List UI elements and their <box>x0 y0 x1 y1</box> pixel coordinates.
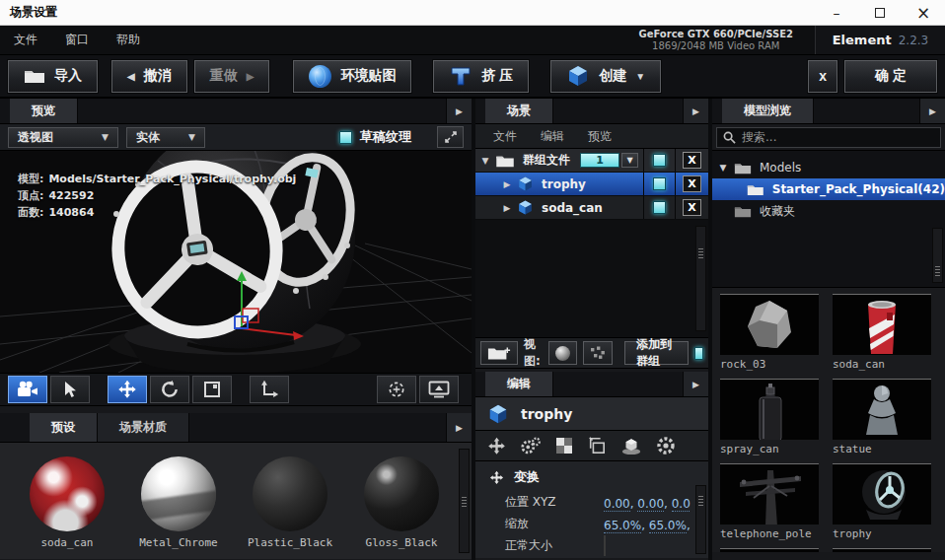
transform-header[interactable]: 变换 <box>514 468 540 486</box>
draft-texture-checkbox[interactable] <box>339 131 352 144</box>
menu-file[interactable]: 文件 <box>0 26 51 54</box>
scene-item-trophy[interactable]: ▶ trophy X <box>475 173 708 196</box>
gear-category-icon[interactable] <box>656 436 676 455</box>
panel-arrow-icon[interactable]: ▶ <box>446 99 472 123</box>
model-thumbnail-spray-can[interactable]: spray_can <box>720 379 825 463</box>
scale-tool-button[interactable] <box>192 376 232 403</box>
tree-item-models[interactable]: ▼ Models <box>712 157 945 178</box>
model-browser-panel: 模型浏览 ▶ ▼ Models Starter_Pack_Physical(42… <box>712 99 945 560</box>
branch-open-icon[interactable]: ▼ <box>712 163 734 173</box>
menu-help[interactable]: 帮助 <box>103 26 154 54</box>
add-to-group-button[interactable]: 添加到群组 <box>624 341 688 365</box>
tree-item-starter-pack[interactable]: Starter_Pack_Physical(42) <box>712 178 945 200</box>
scene-menu-preview[interactable]: 预览 <box>578 128 621 145</box>
scene-menu-file[interactable]: 文件 <box>483 128 527 145</box>
scene-item-soda-can[interactable]: ▶ soda_can X <box>475 196 708 220</box>
maximize-icon[interactable] <box>858 0 902 25</box>
model-thumbnail-telephone-pole[interactable]: telephone_pole <box>720 463 825 548</box>
move-icon <box>489 470 504 485</box>
branch-closed-icon[interactable]: ▶ <box>497 179 517 189</box>
visibility-checkbox[interactable] <box>653 201 666 214</box>
add-to-group-checkbox[interactable] <box>694 347 703 360</box>
panel-arrow-icon[interactable]: ▶ <box>683 99 708 123</box>
move-tool-button[interactable] <box>108 376 147 403</box>
branch-open-icon[interactable]: ▼ <box>475 156 495 166</box>
new-group-button[interactable] <box>480 341 518 365</box>
material-metal-chrome[interactable]: Metal_Chrome <box>139 456 218 549</box>
visibility-checkbox[interactable] <box>653 154 666 167</box>
materials-scrollbar[interactable] <box>459 449 470 553</box>
group-count-caret-icon[interactable]: ▼ <box>621 153 638 168</box>
duplicate-category-icon[interactable] <box>587 437 607 455</box>
fullscreen-button[interactable] <box>437 126 464 148</box>
tab-scene[interactable]: 场景 <box>485 99 553 123</box>
tab-edit[interactable]: 编辑 <box>485 372 553 396</box>
minimize-icon[interactable]: – <box>815 0 858 25</box>
select-tool-button[interactable] <box>50 376 90 403</box>
axis-tool-button[interactable] <box>250 376 289 403</box>
checker-category-icon[interactable] <box>555 437 573 455</box>
thumbnail-image <box>720 294 819 355</box>
remove-icon[interactable]: X <box>683 199 701 216</box>
tab-preview[interactable]: 预览 <box>10 99 78 123</box>
normal-size-checkbox[interactable] <box>604 535 606 556</box>
position-values[interactable]: 0.000.000.00 <box>604 493 691 512</box>
menu-window[interactable]: 窗口 <box>51 26 103 54</box>
tab-model-browser[interactable]: 模型浏览 <box>722 99 814 123</box>
panel-arrow-icon[interactable]: ▶ <box>446 413 472 442</box>
branch-closed-icon[interactable]: ▶ <box>497 203 517 213</box>
3d-viewport[interactable]: 模型:Models/Starter_Pack_Physical/trophy.o… <box>0 151 472 373</box>
view-mode-dropdown[interactable]: 透视图 ▼ <box>8 127 118 148</box>
material-gloss-black[interactable]: Gloss_Black <box>362 456 441 549</box>
panel-arrow-icon[interactable]: ▶ <box>683 372 708 396</box>
tab-scene-materials[interactable]: 场景材质 <box>98 413 189 442</box>
position-label: 位置 XYZ <box>505 494 556 511</box>
remove-icon[interactable]: X <box>683 152 701 169</box>
tree-item-favorites[interactable]: 收藏夹 <box>712 200 945 222</box>
undo-button[interactable]: ◀ 撤消 <box>111 60 187 93</box>
scene-scrollbar[interactable] <box>695 226 706 331</box>
ground-cube-category-icon[interactable] <box>620 437 642 455</box>
tab-presets[interactable]: 预设 <box>30 413 98 442</box>
model-thumbnail-rock-03[interactable]: rock_03 <box>720 294 825 379</box>
close-icon[interactable]: × <box>902 0 945 25</box>
display-tool-button[interactable] <box>419 376 459 403</box>
camera-icon <box>17 381 38 398</box>
environment-map-button[interactable]: 环境贴图 <box>293 60 411 93</box>
model-thumbnail-partial[interactable] <box>720 548 825 552</box>
panel-arrow-icon[interactable]: ▶ <box>919 99 945 123</box>
view-scatter-button[interactable] <box>583 341 613 365</box>
search-box[interactable] <box>716 127 941 148</box>
folder-icon <box>734 205 752 218</box>
edit-category-icons <box>475 431 708 461</box>
rotate-tool-button[interactable] <box>150 376 189 403</box>
model-thumbnail-statue[interactable]: statue <box>833 379 937 463</box>
model-thumbnail-partial[interactable] <box>833 548 937 552</box>
extrude-button[interactable]: 挤 压 <box>433 60 529 93</box>
material-soda-can[interactable]: soda_can <box>28 456 107 549</box>
create-button[interactable]: 创建 ▼ <box>550 60 661 93</box>
model-thumbnail-trophy[interactable]: trophy <box>833 463 937 548</box>
shading-mode-dropdown[interactable]: 实体 ▼ <box>126 127 205 148</box>
ok-button[interactable]: 确 定 <box>844 60 937 93</box>
remove-icon[interactable]: X <box>683 175 701 192</box>
transform-category-icon[interactable] <box>487 437 506 455</box>
faces-label: 面数: <box>18 206 43 219</box>
scale-values[interactable]: 65.0%65.0%65.0% <box>604 515 691 533</box>
group-row[interactable]: ▼ 群组文件 1 ▼ X <box>475 149 708 173</box>
edit-scrollbar[interactable] <box>695 485 706 554</box>
browser-tree-scrollbar[interactable] <box>932 228 943 283</box>
material-plastic-black[interactable]: Plastic_Black <box>251 456 329 549</box>
scene-menu-edit[interactable]: 编辑 <box>531 128 574 145</box>
view-sphere-button[interactable] <box>548 341 577 365</box>
cancel-x-button[interactable]: x <box>808 60 837 93</box>
model-thumbnail-soda-can[interactable]: soda_can <box>833 294 937 379</box>
search-input[interactable] <box>742 130 934 144</box>
redo-button[interactable]: 重做 ▶ <box>194 60 270 93</box>
group-count-field[interactable]: 1 <box>580 153 619 168</box>
import-button[interactable]: 导入 <box>8 60 98 93</box>
gears-category-icon[interactable] <box>520 437 542 455</box>
camera-tool-button[interactable] <box>8 376 47 403</box>
focus-tool-button[interactable] <box>377 376 416 403</box>
visibility-checkbox[interactable] <box>653 177 666 190</box>
